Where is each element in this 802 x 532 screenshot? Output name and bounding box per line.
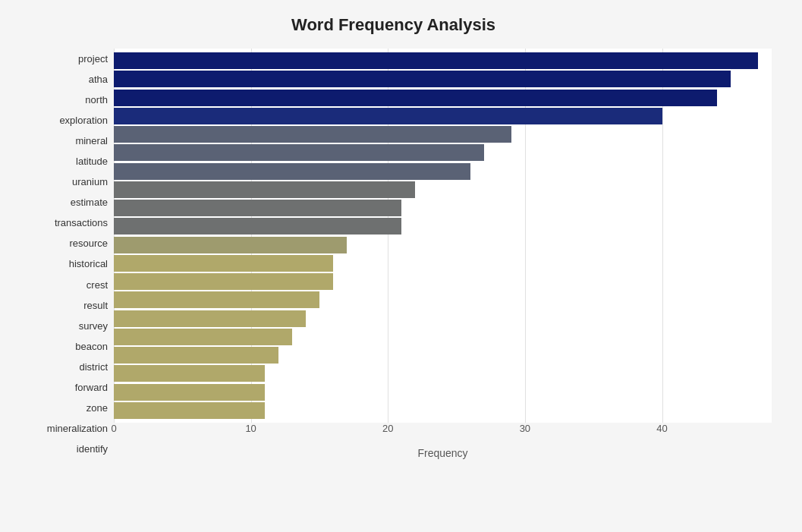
chart-container: Word Frequency Analysis projectathanorth… [0, 0, 802, 532]
bar-row-zone [114, 364, 772, 382]
y-label-transactions: transactions [15, 212, 108, 233]
bar-estimate [114, 181, 415, 198]
bar-district [114, 329, 292, 345]
y-label-mineralization: mineralization [15, 418, 108, 439]
y-label-identify: identify [15, 439, 108, 459]
x-tick-40: 40 [656, 423, 667, 434]
bar-row-mineralization [114, 383, 772, 401]
bar-forward [114, 347, 278, 364]
chart-title: Word Frequency Analysis [15, 15, 772, 35]
bars-wrapper [114, 49, 772, 423]
bar-crest [114, 255, 333, 272]
bar-historical [114, 237, 347, 253]
bar-survey [114, 291, 319, 308]
bar-row-uranium [114, 162, 772, 181]
y-label-resource: resource [15, 233, 108, 253]
bar-atha [114, 71, 731, 87]
bar-row-estimate [114, 181, 772, 199]
x-tick-30: 30 [520, 423, 530, 434]
bar-row-resource [114, 217, 772, 235]
bar-row-identify [114, 401, 772, 420]
y-label-district: district [15, 357, 108, 377]
bar-row-historical [114, 236, 772, 254]
bar-transactions [114, 200, 401, 216]
bar-mineralization [114, 384, 265, 401]
y-axis: projectathanorthexplorationminerallatitu… [15, 49, 114, 459]
bar-row-project [114, 52, 772, 70]
bar-mineral [114, 126, 511, 143]
bar-zone [114, 365, 265, 382]
bar-uranium [114, 163, 470, 180]
bar-exploration [114, 108, 662, 124]
bar-row-mineral [114, 125, 772, 143]
x-axis-area: 010203040 Frequency [114, 423, 772, 459]
bar-row-latitude [114, 143, 772, 162]
y-label-atha: atha [15, 69, 108, 90]
y-label-result: result [15, 295, 108, 316]
bar-resource [114, 218, 401, 235]
y-label-forward: forward [15, 377, 108, 398]
bar-row-north [114, 89, 772, 107]
bar-row-transactions [114, 199, 772, 217]
y-label-beacon: beacon [15, 336, 108, 357]
y-label-estimate: estimate [15, 192, 108, 212]
x-tick-container: 010203040 [114, 423, 772, 445]
bar-north [114, 90, 717, 106]
bars-and-grid: 010203040 Frequency [114, 49, 772, 459]
bar-result [114, 273, 333, 290]
bar-row-beacon [114, 310, 772, 328]
y-label-survey: survey [15, 316, 108, 336]
y-label-north: north [15, 90, 108, 110]
y-label-mineral: mineral [15, 131, 108, 151]
y-label-exploration: exploration [15, 110, 108, 131]
y-label-uranium: uranium [15, 172, 108, 192]
bar-row-crest [114, 254, 772, 272]
y-label-crest: crest [15, 275, 108, 295]
bar-identify [114, 402, 265, 419]
bar-row-district [114, 328, 772, 346]
bar-row-atha [114, 70, 772, 88]
bar-row-forward [114, 346, 772, 364]
x-tick-0: 0 [111, 423, 116, 434]
x-tick-20: 20 [382, 423, 393, 434]
x-axis-label: Frequency [114, 447, 772, 459]
y-label-historical: historical [15, 253, 108, 274]
chart-area: projectathanorthexplorationminerallatitu… [15, 49, 772, 459]
bar-row-result [114, 272, 772, 291]
bar-project [114, 52, 758, 69]
bar-latitude [114, 144, 484, 161]
bar-row-survey [114, 291, 772, 309]
bar-row-exploration [114, 107, 772, 125]
grid-and-bars [114, 49, 772, 423]
y-label-project: project [15, 49, 108, 69]
x-tick-10: 10 [245, 423, 256, 434]
bar-beacon [114, 310, 306, 327]
y-label-zone: zone [15, 398, 108, 418]
y-label-latitude: latitude [15, 151, 108, 172]
